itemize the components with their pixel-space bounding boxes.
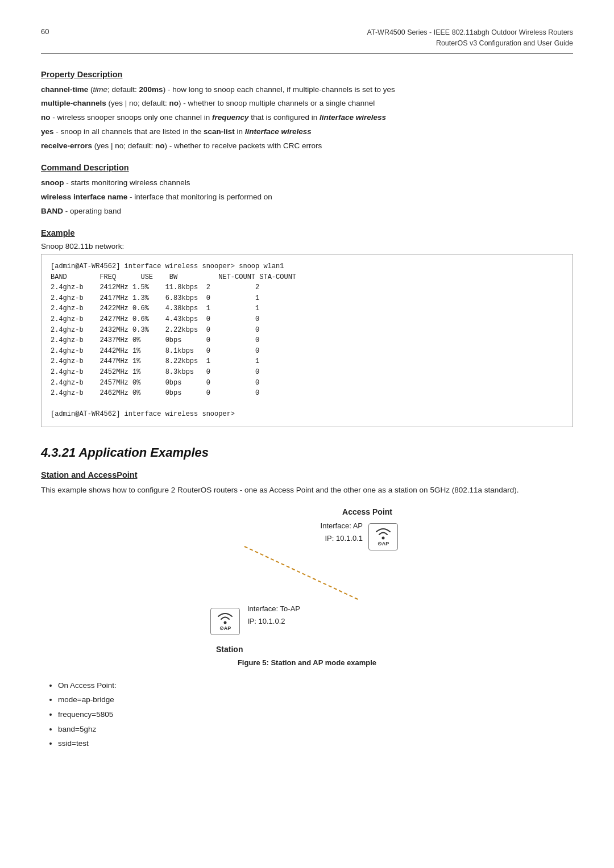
prop-receive-errors-extra: (yes | no; default: no) bbox=[92, 141, 167, 150]
station-interface-label: Interface: To-AP bbox=[247, 603, 300, 615]
prop-yes-term: yes bbox=[41, 127, 54, 136]
ap-label-top: Access Point bbox=[342, 507, 392, 516]
prop-channel-time: channel-time (time; default: 200ms) - ho… bbox=[41, 84, 573, 97]
cmd-snoop: snoop - starts monitoring wireless chann… bbox=[41, 177, 573, 190]
bullet-item-1: On Access Point: bbox=[58, 678, 573, 693]
station-text-block: Interface: To-AP IP: 10.1.0.2 bbox=[247, 603, 300, 628]
ap-icon: ⊙AP bbox=[368, 523, 398, 550]
prop-no: no - wireless snooper snoops only one ch… bbox=[41, 111, 573, 124]
example-section: Example Snoop 802.11b network: [admin@AT… bbox=[41, 228, 573, 427]
svg-point-1 bbox=[224, 621, 227, 624]
bullet-item-3: frequency=5805 bbox=[58, 707, 573, 722]
example-label: Snoop 802.11b network: bbox=[41, 242, 573, 251]
prop-multiple-channels: multiple-channels (yes | no; default: no… bbox=[41, 97, 573, 110]
bullet-item-5: ssid=test bbox=[58, 736, 573, 751]
prop-multiple-channels-term: multiple-channels bbox=[41, 99, 106, 107]
bullet-item-4: band=5ghz bbox=[58, 722, 573, 737]
prop-yes: yes - snoop in all channels that are lis… bbox=[41, 126, 573, 139]
ap-interface-label: Interface: AP bbox=[321, 520, 363, 532]
dashed-connection-line bbox=[244, 546, 358, 600]
cmd-band-desc: - operating band bbox=[63, 207, 121, 215]
prop-receive-errors-desc: - whether to receive packets with CRC er… bbox=[167, 141, 322, 150]
figure-caption: Figure 5: Station and AP mode example bbox=[238, 658, 376, 667]
prop-multiple-channels-extra: (yes | no; default: no) bbox=[106, 99, 181, 107]
example-heading: Example bbox=[41, 228, 573, 237]
station-ap-section: Station and AccessPoint This example sho… bbox=[41, 470, 573, 751]
cmd-wireless-interface-term: wireless interface name bbox=[41, 193, 127, 201]
page-number: 60 bbox=[41, 27, 49, 36]
example-code-block: [admin@AT-WR4562] interface wireless sno… bbox=[41, 254, 573, 427]
diagram-inner: Access Point Interface: AP IP: 10.1.0.1 bbox=[188, 507, 426, 655]
page-header: 60 AT-WR4500 Series - IEEE 802.11abgh Ou… bbox=[41, 27, 573, 54]
property-description-heading: Property Description bbox=[41, 70, 573, 79]
command-description-heading: Command Description bbox=[41, 163, 573, 172]
cmd-band-term: BAND bbox=[41, 207, 63, 215]
prop-no-term: no bbox=[41, 113, 51, 122]
bullet-item-2: mode=ap-bridge bbox=[58, 692, 573, 707]
prop-receive-errors-term: receive-errors bbox=[41, 141, 92, 150]
property-description-section: Property Description channel-time (time;… bbox=[41, 70, 573, 153]
ap-icon-box: ⊙AP bbox=[368, 523, 398, 550]
ap-text-block: Interface: AP IP: 10.1.0.1 bbox=[321, 520, 363, 545]
page: 60 AT-WR4500 Series - IEEE 802.11abgh Ou… bbox=[0, 0, 614, 868]
prop-receive-errors: receive-errors (yes | no; default: no) -… bbox=[41, 140, 573, 153]
command-description-section: Command Description snoop - starts monit… bbox=[41, 163, 573, 218]
station-ip-label: IP: 10.1.0.2 bbox=[247, 615, 300, 628]
chapter-heading: 4.3.21 Application Examples bbox=[41, 445, 573, 460]
station-label-text: Station bbox=[216, 645, 243, 654]
cmd-band: BAND - operating band bbox=[41, 205, 573, 218]
prop-channel-time-desc: - how long to snoop each channel, if mul… bbox=[165, 85, 395, 94]
svg-point-0 bbox=[382, 537, 385, 540]
bullet-list: On Access Point: mode=ap-bridge frequenc… bbox=[58, 678, 573, 751]
header-title-line2: RouterOS v3 Configuration and User Guide bbox=[367, 38, 573, 49]
ap-label-text: Access Point bbox=[342, 507, 392, 516]
header-title: AT-WR4500 Series - IEEE 802.11abgh Outdo… bbox=[367, 27, 573, 49]
prop-channel-time-term: channel-time bbox=[41, 85, 88, 94]
station-label-bottom: Station bbox=[216, 645, 243, 654]
prop-channel-time-extra: (time; default: 200ms) bbox=[88, 85, 165, 94]
prop-multiple-channels-desc: - whether to snoop multiple channels or … bbox=[181, 99, 375, 107]
station-icon: ⊙AP bbox=[210, 608, 240, 635]
cmd-wireless-interface-desc: - interface that monitoring is performed… bbox=[127, 193, 272, 201]
header-title-line1: AT-WR4500 Series - IEEE 802.11abgh Outdo… bbox=[367, 27, 573, 38]
cmd-snoop-desc: - starts monitoring wireless channels bbox=[64, 178, 190, 187]
station-ap-heading: Station and AccessPoint bbox=[41, 470, 573, 479]
cmd-wireless-interface: wireless interface name - interface that… bbox=[41, 191, 573, 204]
station-icon-box: ⊙AP bbox=[210, 608, 240, 635]
station-ap-desc: This example shows how to configure 2 Ro… bbox=[41, 484, 573, 497]
cmd-snoop-term: snoop bbox=[41, 178, 64, 187]
ap-badge-text: ⊙AP bbox=[377, 541, 389, 546]
prop-no-desc: - wireless snooper snoops only one chann… bbox=[51, 113, 387, 122]
wifi-icon-station bbox=[215, 611, 235, 625]
ap-ip-label: IP: 10.1.0.1 bbox=[321, 532, 363, 545]
station-badge-text: ⊙AP bbox=[219, 625, 231, 631]
prop-yes-desc: - snoop in all channels that are listed … bbox=[54, 127, 312, 136]
diagram-area: Access Point Interface: AP IP: 10.1.0.1 bbox=[41, 507, 573, 673]
wifi-icon-ap bbox=[373, 527, 393, 540]
